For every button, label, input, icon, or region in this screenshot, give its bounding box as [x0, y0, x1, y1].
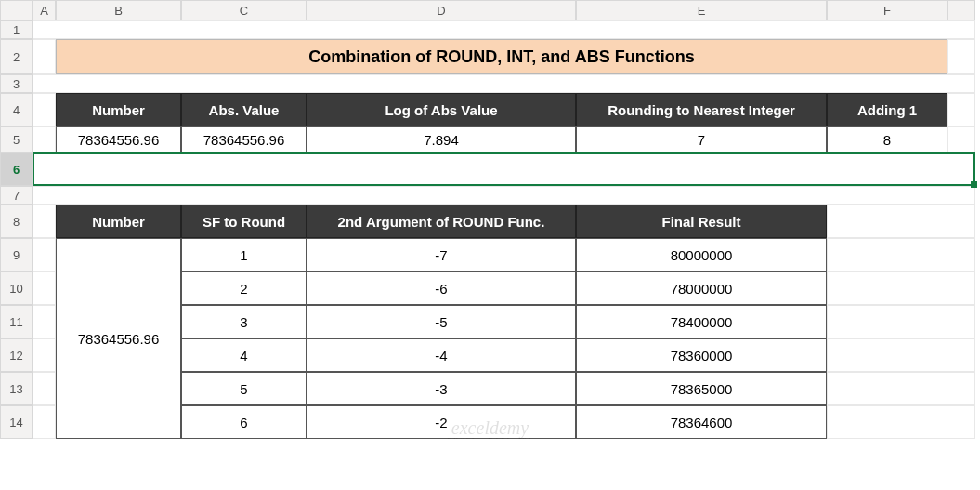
col-header-B[interactable]: B [56, 0, 181, 20]
row-header-13[interactable]: 13 [0, 372, 33, 405]
row-header-7[interactable]: 7 [0, 186, 33, 205]
cell-A10[interactable] [33, 271, 56, 305]
cell-blank[interactable] [827, 405, 975, 439]
title-cell[interactable]: Combination of ROUND, INT, and ABS Funct… [56, 39, 947, 74]
data-arg2-4[interactable]: -4 [307, 338, 576, 372]
data-arg2-3[interactable]: -5 [307, 305, 576, 338]
row-header-14[interactable]: 14 [0, 405, 33, 439]
col-header-A[interactable]: A [33, 0, 56, 20]
data-sf-6[interactable]: 6 [181, 405, 307, 439]
col-header-C[interactable]: C [181, 0, 307, 20]
cell-blank[interactable] [827, 205, 975, 238]
row-header-4[interactable]: 4 [0, 93, 33, 126]
cell-A13[interactable] [33, 372, 56, 405]
cell-blank[interactable] [827, 271, 975, 305]
data-arg2-2[interactable]: -6 [307, 271, 576, 305]
cell-blank[interactable] [947, 93, 975, 126]
col-header-D[interactable]: D [307, 0, 576, 20]
header2-sf[interactable]: SF to Round [181, 205, 307, 238]
cell-A11[interactable] [33, 305, 56, 338]
select-all-corner[interactable] [0, 0, 33, 20]
cell-A12[interactable] [33, 338, 56, 372]
data-sf-2[interactable]: 2 [181, 271, 307, 305]
cell-A14[interactable] [33, 405, 56, 439]
header2-result[interactable]: Final Result [576, 205, 827, 238]
col-header-last[interactable] [947, 0, 975, 20]
data-adding1[interactable]: 8 [827, 126, 947, 152]
merged-number[interactable]: 78364556.96 [56, 238, 181, 439]
cell-blank[interactable] [827, 305, 975, 338]
data-result-4[interactable]: 78360000 [576, 338, 827, 372]
row-header-5[interactable]: 5 [0, 126, 33, 152]
data-arg2-6[interactable]: -2 [307, 405, 576, 439]
header-adding1[interactable]: Adding 1 [827, 93, 947, 126]
row-header-1[interactable]: 1 [0, 20, 33, 39]
data-arg2-1[interactable]: -7 [307, 238, 576, 271]
col-header-F[interactable]: F [827, 0, 947, 20]
data-result-5[interactable]: 78365000 [576, 372, 827, 405]
data-sf-3[interactable]: 3 [181, 305, 307, 338]
header-abs-value[interactable]: Abs. Value [181, 93, 307, 126]
data-sf-4[interactable]: 4 [181, 338, 307, 372]
cell-blank[interactable] [947, 126, 975, 152]
cell-A5[interactable] [33, 126, 56, 152]
data-sf-5[interactable]: 5 [181, 372, 307, 405]
row-header-9[interactable]: 9 [0, 238, 33, 271]
cell-A8[interactable] [33, 205, 56, 238]
data-result-2[interactable]: 78000000 [576, 271, 827, 305]
cell-blank[interactable] [947, 39, 975, 74]
header-number[interactable]: Number [56, 93, 181, 126]
data-result-1[interactable]: 80000000 [576, 238, 827, 271]
data-number[interactable]: 78364556.96 [56, 126, 181, 152]
data-rounding[interactable]: 7 [576, 126, 827, 152]
header-rounding[interactable]: Rounding to Nearest Integer [576, 93, 827, 126]
row-header-10[interactable]: 10 [0, 271, 33, 305]
row-header-11[interactable]: 11 [0, 305, 33, 338]
data-result-6[interactable]: 78364600 [576, 405, 827, 439]
row-header-2[interactable]: 2 [0, 39, 33, 74]
cell-blank[interactable] [33, 186, 975, 205]
row-header-12[interactable]: 12 [0, 338, 33, 372]
cell-A4[interactable] [33, 93, 56, 126]
header2-number[interactable]: Number [56, 205, 181, 238]
data-sf-1[interactable]: 1 [181, 238, 307, 271]
cell-blank[interactable] [33, 20, 975, 39]
selected-row-cells[interactable] [33, 152, 975, 186]
data-abs-value[interactable]: 78364556.96 [181, 126, 307, 152]
cell-blank[interactable] [827, 372, 975, 405]
data-arg2-5[interactable]: -3 [307, 372, 576, 405]
row-header-6[interactable]: 6 [0, 152, 33, 186]
row-header-8[interactable]: 8 [0, 205, 33, 238]
cell-A2[interactable] [33, 39, 56, 74]
spreadsheet-grid: A B C D E F 1 2 Combination of ROUND, IN… [0, 0, 980, 439]
data-result-3[interactable]: 78400000 [576, 305, 827, 338]
col-header-E[interactable]: E [576, 0, 827, 20]
header2-arg2[interactable]: 2nd Argument of ROUND Func. [307, 205, 576, 238]
cell-blank[interactable] [827, 338, 975, 372]
row-header-3[interactable]: 3 [0, 74, 33, 93]
data-log-abs[interactable]: 7.894 [307, 126, 576, 152]
cell-blank[interactable] [827, 238, 975, 271]
cell-blank[interactable] [33, 74, 975, 93]
cell-A9[interactable] [33, 238, 56, 271]
header-log-abs[interactable]: Log of Abs Value [307, 93, 576, 126]
